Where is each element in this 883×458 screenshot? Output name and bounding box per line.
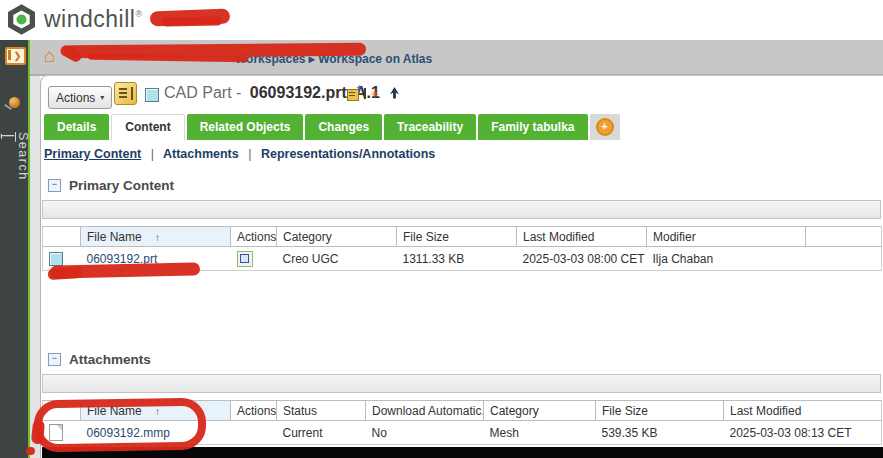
tab-changes[interactable]: Changes: [305, 114, 382, 140]
subnav-representations[interactable]: Representations/Annotations: [261, 147, 435, 161]
cell-status: Current: [277, 421, 366, 445]
header-icon-col[interactable]: [43, 401, 81, 421]
collapse-icon[interactable]: −: [48, 353, 61, 366]
windchill-logo-icon: [6, 4, 37, 35]
cell-modifier: Ilja Chaban: [647, 247, 806, 271]
row-icon-cell: [43, 247, 81, 271]
home-icon[interactable]: ⌂: [44, 46, 55, 65]
header-last-modified[interactable]: Last Modified: [517, 227, 647, 247]
actions-button[interactable]: Actions ▾: [48, 86, 112, 109]
file-link[interactable]: 06093192.mmp: [87, 426, 170, 440]
info-bar-glyph: [364, 88, 366, 99]
header-file-size[interactable]: File Size: [596, 401, 724, 421]
header-file-size[interactable]: File Size: [397, 227, 517, 247]
subscribe-icon[interactable]: [388, 86, 401, 100]
plus-icon: +: [596, 118, 614, 136]
header-actions[interactable]: Actions: [231, 401, 277, 421]
sort-ascending-icon: ↑: [155, 232, 160, 243]
header-label: File Name: [87, 230, 142, 244]
add-tab-button[interactable]: +: [590, 114, 620, 140]
table-header-row: File Name ↑ Actions Status Download Auto…: [43, 401, 882, 421]
object-info-icon[interactable]: [114, 82, 137, 105]
navigator-toggle-bar: [8, 50, 11, 60]
tab-related-objects[interactable]: Related Objects: [187, 114, 304, 140]
primary-content-section-header: − Primary Content: [48, 178, 174, 193]
section-title: Primary Content: [69, 178, 174, 193]
cad-part-file-icon: [49, 252, 63, 266]
search-link[interactable]: Search: [16, 132, 30, 183]
sort-ascending-icon: ↑: [155, 406, 160, 417]
top-bar: windchill®: [0, 0, 883, 40]
panel-gutter: [30, 76, 40, 458]
registered-mark: ®: [135, 9, 142, 19]
row-icon-cell: [43, 421, 81, 445]
cell-last-modified: 2025-03-03 08:00 CET: [517, 247, 647, 271]
breadcrumb-bar: [30, 40, 883, 76]
subnav-primary-content[interactable]: Primary Content: [44, 147, 141, 161]
navigator-toggle-arrow: ❯: [14, 52, 22, 61]
navigator-toggle-icon[interactable]: ❯: [5, 47, 26, 65]
header-actions[interactable]: Actions: [231, 227, 277, 247]
document-file-icon: [49, 424, 63, 441]
pin-icon[interactable]: [9, 97, 20, 108]
table-row: 06093192.mmp Current No Mesh 539.35 KB 2…: [43, 421, 882, 445]
header-file-name[interactable]: File Name ↑: [81, 227, 231, 247]
cell-download-automatic: No: [366, 421, 484, 445]
primary-table-toolbar: [42, 200, 881, 219]
cell-file-size: 539.35 KB: [596, 421, 724, 445]
header-category[interactable]: Category: [277, 227, 397, 247]
section-title: Attachments: [69, 352, 151, 367]
tab-details[interactable]: Details: [44, 114, 109, 140]
browse-link[interactable]: Browse: [0, 132, 2, 183]
collapse-icon[interactable]: −: [48, 179, 61, 192]
attachments-table-toolbar: [42, 374, 881, 393]
subnav-attachments[interactable]: Attachments: [163, 147, 239, 161]
file-link[interactable]: 06093192.prt: [87, 252, 158, 266]
tab-bar: Details Content Related Objects Changes …: [44, 114, 620, 140]
cell-actions: [231, 421, 277, 445]
status-asterisk-icon[interactable]: ✳: [370, 89, 379, 100]
cell-category: Mesh: [484, 421, 596, 445]
subnav-separator: |: [248, 147, 251, 161]
table-header-row: File Name ↑ Actions Category File Size L…: [43, 227, 882, 247]
header-download-automatic[interactable]: Download Automatic...: [366, 401, 484, 421]
search-browse-vertical-nav[interactable]: Search | Browse: [0, 132, 30, 183]
header-status[interactable]: Status: [277, 401, 366, 421]
actions-button-label: Actions: [56, 91, 95, 105]
table-row: 06093192.prt Creo UGC 1311.33 KB 2025-03…: [43, 247, 882, 271]
object-type-label: CAD Part -: [164, 84, 241, 101]
breadcrumb[interactable]: Workspaces ▸ Workspace on Atlas: [235, 52, 432, 66]
cell-file-size: 1311.33 KB: [397, 247, 517, 271]
cad-part-type-icon: [145, 88, 159, 102]
nav-divider: |: [2, 134, 16, 181]
attachments-section-header: − Attachments: [48, 352, 151, 367]
content-subnav: Primary Content | Attachments | Represen…: [44, 147, 435, 161]
header-label: File Name: [87, 404, 142, 418]
header-last-modified[interactable]: Last Modified: [724, 401, 882, 421]
sparkle-icon: ✦: [355, 83, 363, 93]
subnav-separator: |: [151, 147, 154, 161]
bottom-black-bar: [42, 447, 883, 458]
primary-content-table: File Name ↑ Actions Category File Size L…: [42, 226, 882, 271]
view-information-icon[interactable]: ✦: [347, 86, 362, 101]
header-modifier[interactable]: Modifier: [647, 227, 806, 247]
cell-category: Creo UGC: [277, 247, 397, 271]
cell-last-modified: 2025-03-03 08:13 CET: [724, 421, 882, 445]
tab-traceability[interactable]: Traceability: [384, 114, 476, 140]
row-actions-icon[interactable]: [237, 251, 253, 267]
header-icon-col[interactable]: [43, 227, 81, 247]
tab-content[interactable]: Content: [111, 114, 184, 141]
header-category[interactable]: Category: [484, 401, 596, 421]
tab-family-tabulka[interactable]: Family tabulka: [478, 114, 587, 140]
chevron-down-icon: ▾: [100, 93, 104, 102]
header-empty: [806, 227, 882, 247]
attachments-table: File Name ↑ Actions Status Download Auto…: [42, 400, 882, 445]
windchill-logo-text: windchill®: [44, 6, 143, 33]
header-file-name[interactable]: File Name ↑: [81, 401, 231, 421]
cell-empty: [806, 247, 882, 271]
